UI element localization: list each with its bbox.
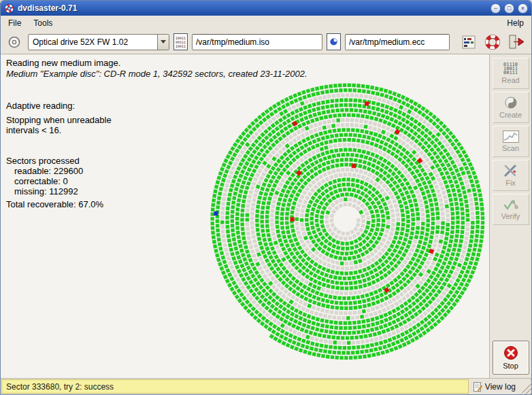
ecc-file-icon <box>327 33 341 50</box>
maximize-button[interactable]: □ <box>504 3 514 14</box>
drive-button[interactable] <box>5 33 24 52</box>
help-button[interactable] <box>483 33 502 52</box>
menu-help[interactable]: Help <box>501 17 530 29</box>
panel-readable: readable: 229600 <box>6 166 112 176</box>
ecc-file-input[interactable] <box>345 34 450 50</box>
statusbar: Sector 333680, try 2: success View log <box>1 378 531 394</box>
verify-check-icon <box>503 199 518 211</box>
panel-missing: missing: 112992 <box>6 186 112 196</box>
menu-tools[interactable]: Tools <box>27 17 59 29</box>
verify-button[interactable]: Verify <box>493 194 529 225</box>
window-title: dvdisaster-0.71 <box>18 3 487 13</box>
status-heading: Reading new medium image. <box>6 58 120 68</box>
panel-stopping-2: intervals < 16. <box>6 125 112 135</box>
fix-button[interactable]: Fix <box>493 160 529 191</box>
panel-total: Total recoverable: 67.0% <box>6 199 112 209</box>
toolbar-right-group <box>459 33 527 52</box>
drive-select[interactable]: Optical drive 52X FW 1.02 <box>28 34 169 50</box>
titlebar[interactable]: dvdisaster-0.71 − □ × <box>1 1 531 16</box>
log-icon <box>473 382 482 392</box>
reading-info-panel: Adaptive reading: Stopping when unreadab… <box>6 101 112 209</box>
medium-info: Medium "Example disc": CD-R mode 1, 3425… <box>6 69 307 79</box>
tools-icon <box>503 164 518 177</box>
menu-file[interactable]: File <box>2 17 27 29</box>
stop-button[interactable]: Stop <box>493 341 529 375</box>
create-button[interactable]: Create <box>493 92 529 123</box>
menubar: File Tools Help <box>1 16 531 30</box>
view-log-button[interactable]: View log <box>469 379 521 394</box>
chevron-down-icon[interactable] <box>157 35 169 50</box>
scan-button[interactable]: Scan <box>493 126 529 157</box>
panel-stopping-1: Stopping when unreadable <box>6 115 112 125</box>
drive-icon <box>7 35 21 49</box>
preferences-button[interactable] <box>459 33 478 52</box>
content-area: Reading new medium image. Medium "Exampl… <box>1 54 489 378</box>
view-log-label: View log <box>485 382 516 392</box>
read-button[interactable]: 01110 10011 00111 Read <box>493 58 529 89</box>
quit-button[interactable] <box>507 33 526 52</box>
panel-title: Adaptive reading: <box>6 101 112 111</box>
sidebar: 01110 10011 00111 Read Create <box>489 54 531 378</box>
app-logo-icon <box>4 3 14 14</box>
app-window: dvdisaster-0.71 − □ × File Tools Help Op… <box>0 0 532 395</box>
drive-select-value: Optical drive 52X FW 1.02 <box>29 37 157 47</box>
close-button[interactable]: × <box>518 3 528 14</box>
panel-correctable: correctable: 0 <box>6 176 112 186</box>
status-message: Sector 333680, try 2: success <box>1 379 469 394</box>
exit-door-icon <box>508 34 525 50</box>
main-row: Reading new medium image. Medium "Exampl… <box>1 54 531 378</box>
yin-yang-icon <box>504 96 518 109</box>
minimize-button[interactable]: − <box>491 3 501 14</box>
image-file-input[interactable] <box>192 34 322 50</box>
toolbar: Optical drive 52X FW 1.02 10011 00111 10… <box>1 30 531 54</box>
panel-sectors-title: Sectors processed <box>6 156 112 166</box>
stop-icon <box>503 345 518 360</box>
scan-chart-icon <box>503 131 519 143</box>
read-icon: 01110 10011 00111 <box>503 63 518 75</box>
lifebelt-icon <box>484 34 501 50</box>
resize-grip[interactable] <box>521 379 531 394</box>
image-file-icon: 10011 00111 10011 <box>173 33 188 50</box>
preferences-icon <box>462 35 476 49</box>
disc-spiral <box>205 79 488 362</box>
